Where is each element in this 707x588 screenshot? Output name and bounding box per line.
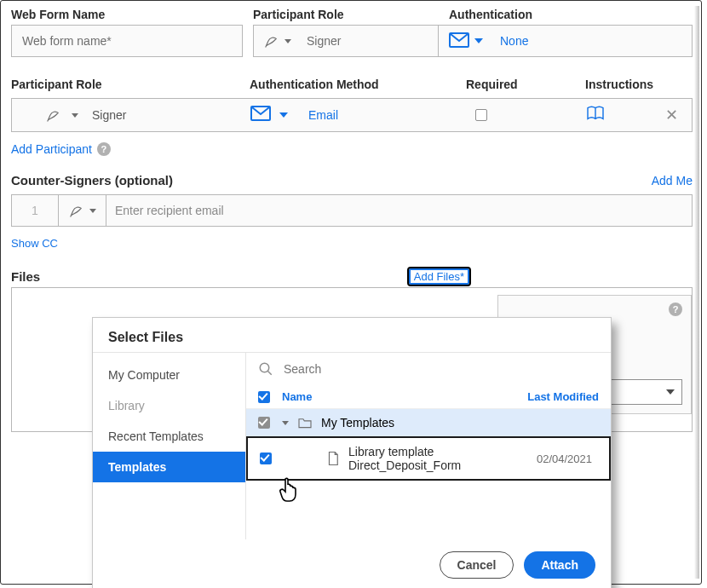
attach-button[interactable]: Attach	[524, 551, 595, 579]
help-icon[interactable]: ?	[97, 142, 111, 156]
participant-row: Signer Email ✕	[11, 98, 693, 132]
folder-my-templates[interactable]: My Templates	[246, 409, 611, 436]
template-row[interactable]: Library template Direct_Deposit_Form 02/…	[246, 436, 611, 481]
mail-icon	[449, 32, 469, 50]
add-files-button[interactable]: Add Files*	[409, 268, 469, 285]
pen-icon	[69, 202, 86, 219]
participant-role-value-2: Signer	[92, 108, 126, 122]
document-icon	[326, 451, 340, 466]
instructions-icon[interactable]	[586, 106, 605, 124]
web-form-name-label: Web Form Name	[11, 8, 243, 21]
authentication-value: None	[500, 34, 528, 48]
show-cc-link[interactable]: Show CC	[11, 237, 693, 250]
counter-signer-email-input[interactable]: Enter recipient email	[106, 194, 693, 227]
folder-checkbox[interactable]	[258, 417, 270, 429]
sidebar-item-library[interactable]: Library	[93, 390, 245, 421]
sidebar-item-my-computer[interactable]: My Computer	[93, 360, 245, 390]
help-icon[interactable]: ?	[669, 303, 682, 316]
authentication-label: Authentication	[449, 8, 693, 21]
participant-role-select[interactable]: Signer	[253, 25, 439, 57]
folder-icon	[297, 417, 313, 429]
auth-method-label: Authentication Method	[250, 78, 466, 91]
chevron-down-icon	[285, 39, 291, 43]
web-form-name-placeholder: Web form name*	[22, 34, 112, 48]
cancel-button[interactable]: Cancel	[440, 551, 514, 579]
authentication-select[interactable]: None	[439, 25, 693, 57]
participant-role-label-2: Participant Role	[11, 78, 250, 91]
chevron-down-icon	[282, 421, 289, 425]
web-form-name-input[interactable]: Web form name*	[11, 25, 243, 57]
template-name: Library template Direct_Deposit_Form	[348, 445, 537, 472]
participant-role-label: Participant Role	[253, 8, 439, 21]
add-participant-link[interactable]: Add Participant	[11, 142, 92, 156]
counter-signers-title: Counter-Signers (optional)	[11, 173, 173, 187]
remove-row-button[interactable]: ✕	[665, 106, 678, 124]
sidebar-item-templates[interactable]: Templates	[93, 452, 245, 482]
chevron-down-icon	[279, 112, 288, 118]
instructions-label: Instructions	[585, 78, 693, 91]
participant-role-value: Signer	[307, 34, 341, 48]
counter-signer-index: 1	[11, 194, 59, 227]
svg-line-3	[267, 371, 272, 375]
auth-method-value[interactable]: Email	[308, 108, 338, 122]
folder-label: My Templates	[321, 416, 394, 429]
chevron-down-icon	[474, 38, 483, 43]
chevron-down-icon	[666, 389, 675, 395]
template-date: 02/04/2021	[537, 453, 597, 465]
select-all-checkbox[interactable]	[258, 391, 270, 403]
dialog-title: Select Files	[93, 318, 611, 352]
counter-signer-role-select[interactable]	[59, 194, 106, 227]
chevron-down-icon	[72, 113, 78, 118]
dialog-sidebar: My Computer Library Recent Templates Tem…	[93, 353, 246, 539]
column-last-modified[interactable]: Last Modified	[527, 390, 599, 403]
column-name[interactable]: Name	[282, 390, 527, 403]
search-icon	[258, 361, 273, 377]
search-input[interactable]	[282, 361, 599, 377]
template-checkbox[interactable]	[260, 453, 272, 464]
required-checkbox[interactable]	[475, 109, 487, 121]
required-label: Required	[466, 78, 585, 91]
pen-icon[interactable]	[46, 107, 63, 124]
select-files-dialog: Select Files My Computer Library Recent …	[92, 317, 612, 588]
add-me-link[interactable]: Add Me	[652, 174, 693, 187]
sidebar-item-recent-templates[interactable]: Recent Templates	[93, 421, 245, 452]
pen-icon	[264, 32, 281, 49]
mail-icon[interactable]	[250, 106, 271, 124]
files-title: Files	[11, 269, 40, 284]
counter-signer-email-placeholder: Enter recipient email	[115, 204, 224, 217]
svg-point-2	[260, 363, 269, 372]
chevron-down-icon	[89, 209, 96, 213]
